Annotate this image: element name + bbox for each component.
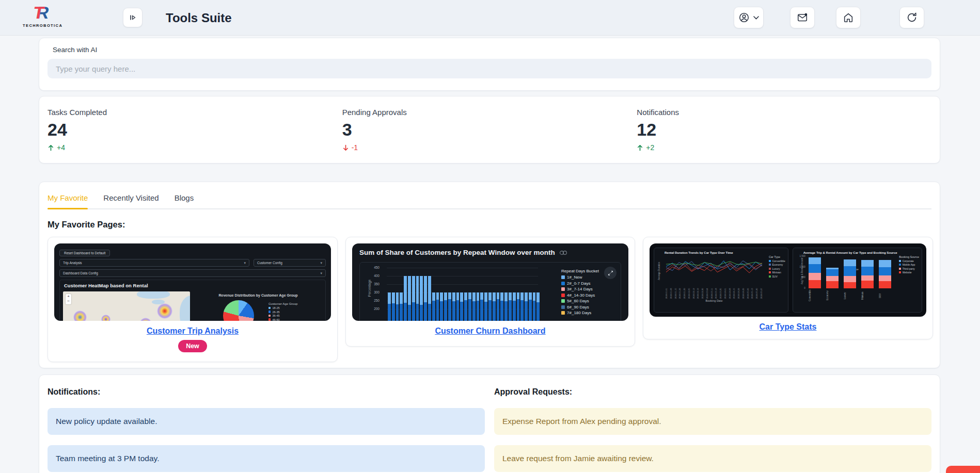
x-tick-label: Luxury xyxy=(844,289,856,302)
favorite-card-churn[interactable]: Sum of Share of Customers by Repeat Wind… xyxy=(345,237,635,347)
dashboard-thumbnail-churn: Sum of Share of Customers by Repeat Wind… xyxy=(352,243,628,321)
bar-segment xyxy=(879,275,891,281)
stat-2: Notifications12+2 xyxy=(637,108,931,152)
bar-segment-bottom xyxy=(416,304,419,321)
fav-link-wrap: Car Type Stats xyxy=(650,317,926,332)
stacked-bar xyxy=(520,292,524,321)
stacked-bar xyxy=(533,292,536,321)
y-axis-tick: 0 xyxy=(796,287,805,289)
bar-segment-bottom xyxy=(392,303,395,321)
line-chart xyxy=(666,256,763,281)
favorite-link[interactable]: Customer Churn Dashboard xyxy=(435,327,545,336)
stacked-bar xyxy=(428,276,431,321)
mail-button[interactable] xyxy=(790,7,815,28)
bar-segment-bottom xyxy=(477,301,480,321)
bar-segment-bottom xyxy=(472,301,476,321)
favorite-link[interactable]: Car Type Stats xyxy=(760,322,817,332)
brand-wordmark: TECHROBOTICA xyxy=(23,23,60,28)
stacked-bar-minivan xyxy=(861,260,874,288)
x-tick-label: 2024-01-22 xyxy=(679,283,681,299)
legend-swatch xyxy=(561,282,565,285)
bar-segment-bottom xyxy=(509,300,512,321)
bar-segment-bottom xyxy=(460,302,463,321)
refresh-button[interactable] xyxy=(899,7,924,28)
line-chart-legend: Car TypeConvertibleEconomyLuxuryMinivanS… xyxy=(769,255,785,278)
legend-swatch xyxy=(268,315,271,317)
legend-item: Mobile App xyxy=(899,263,919,266)
arrow-up-icon xyxy=(637,144,643,151)
search-input[interactable] xyxy=(48,59,931,78)
notifications-column: Notifications: New policy update availab… xyxy=(48,387,485,473)
bar-segment xyxy=(844,259,856,266)
bar-segment xyxy=(809,257,821,264)
legend-item: Website xyxy=(899,271,919,274)
home-button[interactable] xyxy=(836,7,861,28)
legend-swatch xyxy=(561,311,565,315)
bar-segment-top xyxy=(460,292,463,302)
bar-segment-top xyxy=(533,292,536,301)
user-menu-button[interactable] xyxy=(734,7,764,28)
bar-segment-top xyxy=(484,292,487,302)
line-series-suv xyxy=(666,262,762,266)
bar-segment-top xyxy=(396,292,399,304)
pie-legend-item: 26-35 xyxy=(268,311,297,314)
tab-recently-visited[interactable]: Recently Visited xyxy=(103,190,159,208)
thumb-bar-chart-panel: Percentage450400350300250200Repeat Days … xyxy=(359,262,621,321)
legend-label: 36-45 xyxy=(272,314,279,317)
x-tick-label: 2024-05-20 xyxy=(756,283,758,299)
legend-label: Convertible xyxy=(772,259,785,263)
favorite-link[interactable]: Customer Trip Analysis xyxy=(147,327,239,336)
bar-segment-top xyxy=(432,292,435,301)
floating-action-button[interactable] xyxy=(946,466,980,473)
map-heat-blob xyxy=(73,311,87,321)
stacked-bar xyxy=(452,292,455,321)
x-tick-label: 2024-05-06 xyxy=(747,283,749,299)
bar-segment-bottom xyxy=(493,301,496,321)
search-label: Search with AI xyxy=(48,46,931,54)
refresh-icon xyxy=(906,12,918,23)
favorite-card-trip[interactable]: Reset Dashboard to DefaultTrip Analysis▾… xyxy=(48,237,338,362)
sidebar-toggle-button[interactable] xyxy=(123,8,143,27)
favorites-row: Reset Dashboard to DefaultTrip Analysis▾… xyxy=(48,237,931,366)
legend-label: Mobile App xyxy=(903,263,915,266)
bar-segment-top xyxy=(388,292,391,304)
stacked-bar xyxy=(424,276,427,321)
stacked-bar xyxy=(396,292,399,321)
legend-item: Convertible xyxy=(769,259,785,263)
bar-segment-bottom xyxy=(404,303,407,321)
bar-segment-bottom xyxy=(484,302,487,321)
stat-value: 12 xyxy=(637,120,931,140)
stacked-bar xyxy=(509,292,512,321)
legend-swatch xyxy=(268,307,271,309)
stacked-bar xyxy=(529,292,532,321)
stat-delta: +2 xyxy=(637,143,931,152)
tab-blogs[interactable]: Blogs xyxy=(175,190,194,208)
favorite-card-cartype[interactable]: Rental Duration Trends by Car Type Over … xyxy=(643,237,933,339)
tab-my-favorite[interactable]: My Favorite xyxy=(48,190,88,208)
search-with-ai-card: Search with AI xyxy=(39,38,940,91)
legend-swatch xyxy=(769,268,771,270)
legend-swatch xyxy=(561,275,565,279)
y-axis-tick: 300 xyxy=(367,290,380,294)
legend-item: Corporate xyxy=(899,259,919,263)
legend-label: SUV xyxy=(772,275,777,278)
legend-item: Third-party xyxy=(899,267,919,270)
legend-item: 6#_90 Days xyxy=(561,305,599,309)
legend-label: 4#_14-30 Days xyxy=(567,293,595,298)
stacked-bar xyxy=(436,292,439,321)
y-axis-tick: 400 xyxy=(367,274,380,278)
bar-segment-top xyxy=(448,292,451,299)
bar-segment xyxy=(844,266,856,276)
stacked-bar xyxy=(400,292,403,321)
y-axis-tick: 250 xyxy=(367,299,380,302)
home-icon xyxy=(843,12,854,23)
bar-segment-top xyxy=(497,292,500,299)
bar-segment xyxy=(861,275,874,281)
bar-segment-bottom xyxy=(500,301,503,321)
x-tick-label: 2024-05-13 xyxy=(751,283,753,299)
stacked-bar xyxy=(517,292,520,321)
stacked-bar xyxy=(488,292,492,321)
legend-swatch xyxy=(899,264,901,266)
x-tick-label: 2024-04-08 xyxy=(729,283,731,299)
stacked-bar xyxy=(432,292,435,321)
